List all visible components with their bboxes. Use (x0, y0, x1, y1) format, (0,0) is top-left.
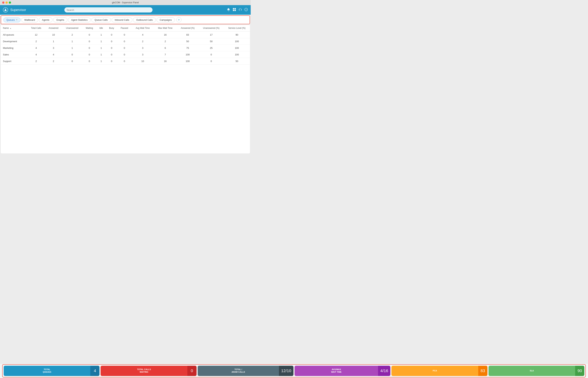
table-row[interactable]: All queues121020100416831790 (1, 31, 250, 38)
tab-agent-statistics[interactable]: Agent Statistics (68, 17, 91, 22)
col-header-answered: Answered (45, 25, 62, 31)
col-header-unanswered_pct: Unanswered (%) (199, 25, 224, 31)
cell-unanswered-3: 0 (62, 51, 82, 58)
cell-max_wait_time-3: 7 (154, 51, 176, 58)
tabs-bar: Queues✕WallboardAgentsGraphsAgent Statis… (1, 15, 250, 24)
cell-answered-1: 1 (45, 38, 62, 45)
tab-label-queue-calls: Queue Calls (94, 19, 108, 21)
svg-rect-4 (235, 10, 236, 11)
cell-name-3: Sales (1, 51, 27, 58)
cell-busy-0: 0 (106, 31, 117, 38)
cell-busy-4: 0 (106, 58, 117, 65)
col-header-name[interactable]: Name ▲ (1, 25, 27, 31)
cell-unanswered_pct-4: 0 (199, 58, 224, 65)
queues-table: Name ▲Total CallsAnsweredUnansweredWaiti… (1, 25, 250, 65)
cell-avg_wait_time-1: 2 (132, 38, 154, 45)
cell-answered_pct-4: 100 (177, 58, 199, 65)
add-tab-button[interactable]: + (176, 17, 182, 22)
tab-label-agents: Agents (42, 19, 49, 21)
tab-label-queues: Queues (6, 19, 15, 21)
table-row[interactable]: Marketing4310100367525100 (1, 45, 250, 51)
cell-waiting-2: 0 (82, 45, 96, 51)
notifications-icon[interactable] (227, 8, 230, 12)
col-header-unanswered: Unanswered (62, 25, 82, 31)
cell-waiting-1: 0 (82, 38, 96, 45)
col-header-max_wait_time: Max Wait Time (154, 25, 176, 31)
table-row[interactable]: Support22001001016100050 (1, 58, 250, 65)
cell-avg_wait_time-2: 3 (132, 45, 154, 51)
cell-idle-2: 1 (96, 45, 106, 51)
cell-total_calls-3: 4 (27, 51, 45, 58)
cell-avg_wait_time-4: 10 (132, 58, 154, 65)
cell-name-1: Development (1, 38, 27, 45)
svg-point-0 (5, 9, 6, 10)
app-title: Supervisor (10, 8, 26, 12)
cell-paused-1: 0 (117, 38, 132, 45)
col-header-idle: Idle (96, 25, 106, 31)
cell-waiting-0: 0 (82, 31, 96, 38)
tab-inbound-calls[interactable]: Inbound Calls (112, 17, 133, 22)
col-header-avg_wait_time: Avg Wait Time (132, 25, 154, 31)
tab-graphs[interactable]: Graphs (53, 17, 67, 22)
tab-queue-calls[interactable]: Queue Calls (91, 17, 111, 22)
svg-text:?: ? (246, 9, 247, 11)
cell-service_level_pct-3: 100 (224, 51, 250, 58)
table-row[interactable]: Sales4400100371000100 (1, 51, 250, 58)
minimize-button[interactable] (5, 1, 8, 4)
cell-paused-4: 0 (117, 58, 132, 65)
cell-unanswered-2: 1 (62, 45, 82, 51)
tab-label-wallboard: Wallboard (24, 19, 35, 21)
cell-answered-0: 10 (45, 31, 62, 38)
cell-idle-0: 1 (96, 31, 106, 38)
tab-label-inbound-calls: Inbound Calls (115, 19, 129, 21)
tab-wallboard[interactable]: Wallboard (21, 17, 38, 22)
cell-unanswered_pct-2: 25 (199, 45, 224, 51)
table-row[interactable]: Development2110100225050100 (1, 38, 250, 45)
cell-answered-4: 2 (45, 58, 62, 65)
cell-waiting-3: 0 (82, 51, 96, 58)
main-content: Name ▲Total CallsAnsweredUnansweredWaiti… (1, 25, 250, 153)
tab-label-outbound-calls: Outbound Calls (136, 19, 153, 21)
titlebar: gloCOM - Supervisor Panel (0, 0, 251, 5)
cell-answered-2: 3 (45, 45, 62, 51)
tab-outbound-calls[interactable]: Outbound Calls (133, 17, 156, 22)
tab-agents[interactable]: Agents (39, 17, 53, 22)
cell-service_level_pct-0: 90 (224, 31, 250, 38)
search-input[interactable] (64, 7, 152, 13)
cell-name-0: All queues (1, 31, 27, 38)
svg-rect-1 (233, 8, 234, 9)
cell-busy-2: 0 (106, 45, 117, 51)
cell-unanswered_pct-0: 17 (199, 31, 224, 38)
cell-name-4: Support (1, 58, 27, 65)
headset-icon[interactable] (239, 8, 242, 12)
tab-close-queues[interactable]: ✕ (16, 19, 17, 21)
cell-answered-3: 4 (45, 51, 62, 58)
cell-max_wait_time-1: 2 (154, 38, 176, 45)
col-header-service_level_pct: Service Level (%) (224, 25, 250, 31)
col-header-answered_pct: Answered (%) (177, 25, 199, 31)
tab-label-graphs: Graphs (56, 19, 64, 21)
cell-waiting-4: 0 (82, 58, 96, 65)
tab-campaigns[interactable]: Campaigns (157, 17, 175, 22)
cell-idle-3: 1 (96, 51, 106, 58)
window-title: gloCOM - Supervisor Panel (112, 1, 139, 4)
cell-avg_wait_time-0: 4 (132, 31, 154, 38)
cell-service_level_pct-4: 50 (224, 58, 250, 65)
cell-answered_pct-1: 50 (177, 38, 199, 45)
cell-max_wait_time-2: 6 (154, 45, 176, 51)
maximize-button[interactable] (9, 1, 11, 4)
grid-icon[interactable] (233, 8, 236, 12)
cell-total_calls-1: 2 (27, 38, 45, 45)
cell-total_calls-4: 2 (27, 58, 45, 65)
tab-queues[interactable]: Queues✕ (3, 17, 21, 22)
close-button[interactable] (2, 1, 4, 4)
sort-icon: ▲ (10, 27, 11, 29)
cell-service_level_pct-2: 100 (224, 45, 250, 51)
cell-idle-4: 1 (96, 58, 106, 65)
cell-answered_pct-0: 83 (177, 31, 199, 38)
cell-total_calls-2: 4 (27, 45, 45, 51)
col-header-total_calls: Total Calls (27, 25, 45, 31)
help-icon[interactable]: ? (244, 8, 248, 12)
cell-total_calls-0: 12 (27, 31, 45, 38)
cell-unanswered-0: 2 (62, 31, 82, 38)
